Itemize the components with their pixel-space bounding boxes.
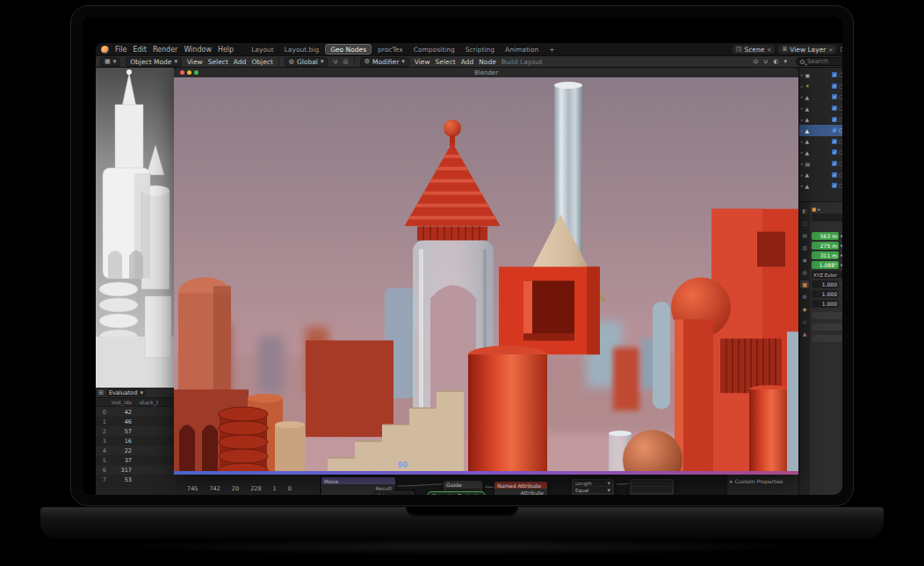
tab-layout[interactable]: Layout (247, 45, 278, 54)
unlink-scene-icon[interactable]: ✕ (767, 47, 771, 53)
viewport-menu-add[interactable]: Add (234, 58, 247, 66)
collapsed-panel-header[interactable] (812, 312, 842, 319)
expand-icon[interactable]: ▸ (801, 149, 804, 155)
add-workspace-button[interactable]: + (545, 45, 559, 54)
tab-constraints[interactable]: ◇ (800, 317, 809, 325)
rotation-mode-dropdown[interactable]: XYZ Euler ▾ (812, 271, 842, 279)
outliner-row[interactable]: ▸☀✓▢◉ (799, 81, 842, 92)
collapsed-panel-header[interactable] (812, 323, 842, 330)
minimize-window-button[interactable] (187, 70, 191, 75)
outliner-search[interactable] (796, 57, 842, 66)
hide-viewport-icon[interactable]: ▢ (839, 127, 842, 133)
dimension-z-field[interactable]: 311 m◆◦ (812, 251, 842, 259)
selectable-checkbox[interactable]: ✓ (832, 105, 837, 111)
outliner-row[interactable]: ▸▲✓▢◉ (799, 113, 842, 125)
hide-viewport-icon[interactable]: ▢ (839, 183, 842, 188)
expand-icon[interactable]: ▸ (801, 105, 804, 111)
node-dropdown-equal[interactable]: Equal (575, 488, 588, 493)
keyframe-icon[interactable]: ◆ (840, 243, 842, 248)
expand-icon[interactable]: ▸ (801, 117, 804, 122)
transform-orientation-dropdown[interactable]: ◍ Global ▾ (285, 57, 328, 67)
caret-right-icon[interactable]: ▸ (730, 478, 733, 485)
keyframe-icon[interactable]: ◦ (840, 282, 842, 287)
keyframe-icon[interactable]: ◆ (840, 263, 842, 267)
hide-viewport-icon[interactable]: ▢ (839, 172, 842, 178)
viewport-menu-view[interactable]: View (187, 58, 203, 66)
selectable-checkbox[interactable]: ✓ (832, 161, 837, 166)
tab-scripting[interactable]: Scripting (461, 45, 499, 54)
selectable-checkbox[interactable]: ✓ (832, 127, 837, 133)
tab-tool[interactable]: ◧ (800, 207, 809, 214)
snap-magnet-icon[interactable]: ∪ (333, 58, 337, 65)
expand-icon[interactable]: ▸ (801, 127, 804, 133)
hide-viewport-icon[interactable]: ▢ (839, 72, 842, 77)
hide-viewport-icon[interactable]: ▢ (839, 139, 842, 144)
pin-icon[interactable]: ⊙ (753, 58, 758, 65)
scale-x-field[interactable]: 1.000◦◦ (812, 280, 842, 288)
selectable-checkbox[interactable]: ✓ (832, 117, 837, 122)
scene-selector[interactable]: ◳ Scene ✕ (733, 45, 776, 54)
node-integer[interactable]: Integer (374, 490, 415, 495)
tab-modifiers[interactable]: ⚙ (800, 293, 809, 301)
menu-help[interactable]: Help (218, 46, 234, 54)
custom-properties-section[interactable]: Custom Properties (735, 478, 783, 484)
dataset-dropdown[interactable]: Evaluated ▾ (106, 388, 146, 396)
tab-output[interactable]: ▤ (800, 231, 809, 239)
dimension-y-field[interactable]: 275 m◆◦ (812, 242, 842, 250)
outliner-row[interactable]: ▸▣✓▢◉ (799, 69, 842, 81)
view-layer-selector[interactable]: ≣ View Layer ✕ (778, 45, 836, 54)
tab-render[interactable]: ▢ (800, 219, 809, 227)
expand-icon[interactable]: ▸ (801, 83, 804, 89)
viewport-menu-object[interactable]: Object (251, 58, 272, 66)
expand-icon[interactable]: ▸ (801, 72, 804, 77)
outliner-row[interactable]: ▸▤✓▢◉ (799, 158, 842, 170)
scale-z-field[interactable]: 1.000◦◦ (812, 300, 842, 308)
scale-y-field[interactable]: 1.000◦◦ (812, 290, 842, 298)
clay-viewport[interactable] (96, 68, 174, 388)
selectable-checkbox[interactable]: ✓ (832, 183, 837, 188)
expand-icon[interactable]: ▸ (801, 172, 804, 178)
keyframe-icon[interactable]: ◆ (840, 253, 842, 258)
screen-layout-icon[interactable]: ▢ (840, 46, 842, 53)
outliner-row[interactable]: ▸▲✓▢◉ (799, 180, 842, 192)
tab-scene[interactable]: ◉ (800, 256, 809, 264)
keyframe-icon[interactable]: ◆ (840, 234, 842, 238)
tab-layout-big[interactable]: Layout.big (280, 45, 324, 54)
collapsed-panel-header[interactable] (812, 335, 842, 342)
node-menu-node[interactable]: Node (479, 58, 496, 66)
node-tree-type-dropdown[interactable]: ⚙ Modifier ▾ (360, 57, 409, 67)
keyframe-icon[interactable]: ◦ (840, 301, 842, 306)
hide-viewport-icon[interactable]: ▢ (839, 161, 842, 166)
expand-icon[interactable]: ▸ (801, 161, 804, 166)
node-menu-select[interactable]: Select (436, 58, 456, 66)
expand-icon[interactable]: ▸ (801, 139, 804, 144)
hide-viewport-icon[interactable]: ▢ (839, 149, 842, 155)
hide-viewport-icon[interactable]: ▢ (839, 83, 842, 89)
outliner-row[interactable]: ▸▲✓▢◉ (799, 147, 842, 158)
hide-viewport-icon[interactable]: ▢ (839, 117, 842, 122)
outliner-row[interactable]: ▸▲✓▢◉ (799, 103, 842, 114)
tab-geo-nodes[interactable]: Geo Nodes (325, 44, 372, 54)
column-header[interactable]: inst_idx (108, 399, 134, 405)
zoom-window-button[interactable] (194, 70, 199, 75)
tab-proctex[interactable]: procTex (373, 45, 408, 54)
search-input[interactable] (807, 58, 842, 65)
rotation-field[interactable]: 1.088°◆◦ (812, 261, 842, 269)
tab-data[interactable]: ▲ (800, 330, 809, 337)
viewport-menu-select[interactable]: Select (208, 58, 228, 66)
node-socket-attribute[interactable]: Attribute (494, 489, 547, 495)
expand-icon[interactable]: ▸ (801, 94, 804, 99)
column-header[interactable]: stack_t (134, 399, 161, 405)
node-group-breadcrumb[interactable]: Build Layout (502, 58, 543, 66)
blender-logo-icon[interactable] (101, 46, 109, 54)
unlink-view-layer-icon[interactable]: ✕ (828, 47, 833, 53)
node-menu-view[interactable]: View (415, 58, 430, 66)
expand-icon[interactable]: ▸ (801, 183, 804, 188)
tab-view-layer[interactable]: ▥ (800, 243, 809, 251)
selectable-checkbox[interactable]: ✓ (832, 94, 837, 99)
tab-object[interactable]: ■ (800, 280, 809, 288)
snapping-icon[interactable]: ∪ (763, 58, 768, 65)
tab-physics[interactable]: ◆ (800, 305, 809, 313)
object-name-field[interactable] (812, 214, 842, 221)
selectable-checkbox[interactable]: ✓ (832, 172, 837, 178)
